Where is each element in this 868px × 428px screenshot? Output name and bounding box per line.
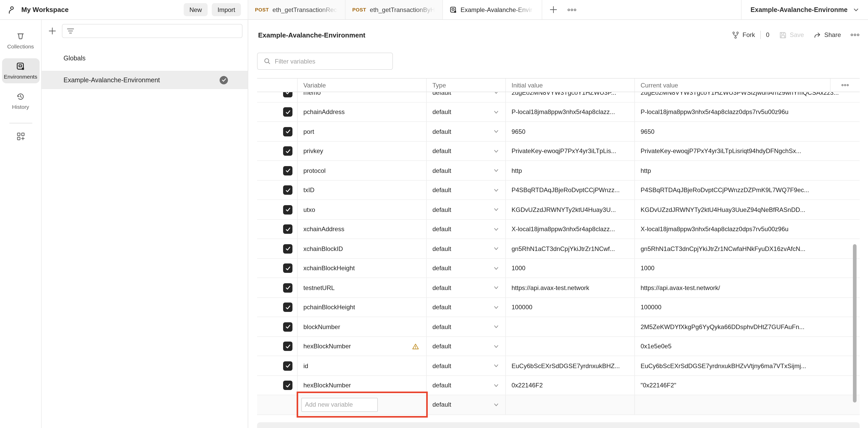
variable-cell[interactable]: id	[297, 356, 426, 376]
row-checkbox[interactable]	[283, 147, 292, 156]
type-cell[interactable]: default	[426, 180, 505, 200]
column-options-icon[interactable]	[830, 79, 860, 92]
type-cell[interactable]: default	[426, 278, 505, 297]
initial-value-cell[interactable]: 2ugEo2MN8VYW3TgcoY1HZWU3P...	[505, 92, 634, 102]
current-value-cell[interactable]	[634, 395, 860, 414]
current-value-cell[interactable]: 2M5ZeKWDYfXkgPg6YyQyka66DDsphvDHtZ7GUFAu…	[634, 317, 860, 337]
type-cell[interactable]: default	[426, 317, 505, 337]
current-value-cell[interactable]: gn5RhN1aCT3dnCpjYkiJtrZr1NCwfaHNkFyuDX16…	[634, 239, 860, 258]
current-value-cell[interactable]: 1000	[634, 258, 860, 278]
variable-cell[interactable]: pchainAddress	[297, 102, 426, 122]
row-checkbox[interactable]	[283, 283, 292, 293]
import-button[interactable]: Import	[212, 3, 241, 16]
type-cell[interactable]: default	[426, 356, 505, 376]
variable-cell[interactable]: txID	[297, 180, 426, 200]
workspace-title[interactable]: My Workspace	[21, 6, 69, 13]
initial-value-cell[interactable]: gn5RhN1aCT3dnCpjYkiJtrZr1NCwf...	[505, 239, 634, 258]
initial-value-cell[interactable]: X-local18jma8ppw3nhx5r4ap8clazz...	[505, 220, 634, 239]
add-variable-input[interactable]	[301, 398, 378, 412]
row-checkbox[interactable]	[283, 303, 292, 312]
type-cell[interactable]: default	[426, 337, 505, 356]
row-checkbox[interactable]	[283, 108, 292, 117]
variable-cell[interactable]: xchainBlockHeight	[297, 258, 426, 278]
new-button[interactable]: New	[184, 3, 208, 16]
create-environment-button[interactable]	[46, 24, 58, 38]
row-checkbox[interactable]	[283, 322, 292, 332]
row-checkbox[interactable]	[283, 244, 292, 254]
type-cell[interactable]: default	[426, 161, 505, 180]
initial-value-cell[interactable]: 100000	[505, 297, 634, 317]
variable-cell[interactable]: hexBlockNumber	[297, 337, 426, 356]
environment-selector[interactable]: Example-Avalanche-Environme	[741, 0, 868, 19]
initial-value-cell[interactable]	[505, 337, 634, 356]
user-icon[interactable]	[7, 5, 17, 14]
current-value-cell[interactable]: 100000	[634, 297, 860, 317]
type-cell[interactable]: default	[426, 122, 505, 141]
type-cell[interactable]: default	[426, 141, 505, 161]
tab-options-icon[interactable]	[564, 0, 580, 19]
current-value-cell[interactable]: PrivateKey-ewoqjP7PxY4yr3iLTpLisriqt94hd…	[634, 141, 860, 161]
current-value-cell[interactable]: X-local18jma8ppw3nhx5r4ap8clazz0dps7rv5u…	[634, 220, 860, 239]
tab-environment-active[interactable]: Example-Avalanche-Envir	[443, 0, 542, 19]
initial-value-cell[interactable]	[505, 317, 634, 337]
type-cell[interactable]: default	[426, 92, 505, 102]
initial-value-cell[interactable]: 1000	[505, 258, 634, 278]
globals-item[interactable]: Globals	[42, 50, 248, 67]
current-value-cell[interactable]: http	[634, 161, 860, 180]
row-checkbox[interactable]	[283, 381, 292, 390]
variable-cell[interactable]: privkey	[297, 141, 426, 161]
sidebar-item-history[interactable]: History	[2, 88, 39, 114]
current-value-cell[interactable]: 2ugEo2MN8VYW3TgcoY1HZWU3PWSi2jwunArn29wn…	[634, 92, 860, 102]
variable-cell[interactable]: blockNumber	[297, 317, 426, 337]
current-value-cell[interactable]: 9650	[634, 122, 860, 141]
row-checkbox[interactable]	[283, 225, 292, 234]
current-value-cell[interactable]: "0x22146F2"	[634, 376, 860, 395]
type-cell[interactable]: default	[426, 297, 505, 317]
type-cell[interactable]: default	[426, 200, 505, 220]
bottom-panel-edge[interactable]	[257, 422, 860, 428]
type-cell[interactable]: default	[426, 395, 505, 414]
filter-variables-box[interactable]	[257, 53, 393, 70]
type-cell[interactable]: default	[426, 376, 505, 395]
share-button[interactable]: Share	[813, 31, 841, 39]
type-cell[interactable]: default	[426, 102, 505, 122]
tab-request-2[interactable]: POST eth_getTransactionByHa	[345, 0, 443, 19]
initial-value-cell[interactable]: PrivateKey-ewoqjP7PxY4yr3iLTpLis...	[505, 141, 634, 161]
initial-value-cell[interactable]	[505, 395, 634, 414]
variable-cell[interactable]: hexBlockNumber	[297, 376, 426, 395]
save-button[interactable]: Save	[779, 31, 804, 39]
current-value-cell[interactable]: P4SBqRTDAqJBjeRoDvptCCjPWnzzDZPmK9L7WQ7F…	[634, 180, 860, 200]
initial-value-cell[interactable]: https://api.avax-test.network	[505, 278, 634, 297]
variable-cell[interactable]: port	[297, 122, 426, 141]
environment-list-item-selected[interactable]: Example-Avalanche-Environment	[42, 72, 248, 89]
row-checkbox[interactable]	[283, 166, 292, 175]
variable-cell[interactable]: memo	[297, 92, 426, 102]
fork-count[interactable]: 0	[766, 31, 769, 38]
row-checkbox[interactable]	[283, 92, 292, 97]
current-value-cell[interactable]: KGDvUZzdJRWNYTy2ktU4Huay3UueZ94qNeBfRASn…	[634, 200, 860, 220]
type-cell[interactable]: default	[426, 220, 505, 239]
add-tab-button[interactable]	[545, 0, 561, 19]
variable-cell[interactable]: xchainAddress	[297, 220, 426, 239]
initial-value-cell[interactable]: KGDvUZzdJRWNYTy2ktU4Huay3U...	[505, 200, 634, 220]
initial-value-cell[interactable]: P4SBqRTDAqJBjeRoDvptCCjPWnzz...	[505, 180, 634, 200]
current-value-cell[interactable]: 0x1e5e0e5	[634, 337, 860, 356]
type-cell[interactable]: default	[426, 258, 505, 278]
variable-cell[interactable]: utxo	[297, 200, 426, 220]
row-checkbox[interactable]	[283, 205, 292, 215]
row-checkbox[interactable]	[283, 361, 292, 371]
more-actions-icon[interactable]	[850, 33, 860, 36]
type-cell[interactable]: default	[426, 239, 505, 258]
sidebar-item-environments[interactable]: Environments	[2, 58, 39, 83]
sidebar-item-collections[interactable]: Collections	[2, 28, 39, 53]
configure-sidebar-icon[interactable]	[16, 132, 25, 141]
sidebar-filter-input[interactable]	[62, 24, 243, 38]
current-value-cell[interactable]: P-local18jma8ppw3nhx5r4ap8clazz0dps7rv5u…	[634, 102, 860, 122]
tab-request-1[interactable]: POST eth_getTransactionRece	[248, 0, 345, 19]
vertical-scrollbar[interactable]	[853, 244, 857, 402]
row-checkbox[interactable]	[283, 127, 292, 136]
current-value-cell[interactable]: EuCy6bScEXrSdDGSE7yrdnxukBHZvVtjny6ma7VT…	[634, 356, 860, 376]
active-environment-check-icon[interactable]	[220, 76, 228, 84]
initial-value-cell[interactable]: 9650	[505, 122, 634, 141]
variable-cell[interactable]: xchainBlockID	[297, 239, 426, 258]
